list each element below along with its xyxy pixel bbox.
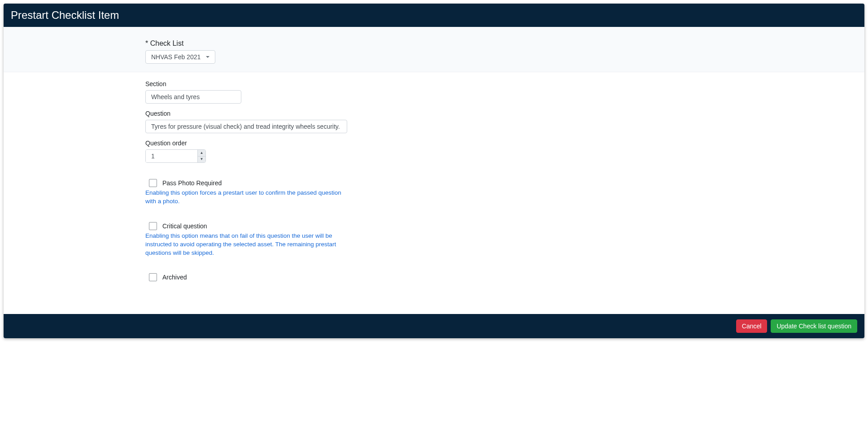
pass-photo-help: Enabling this option forces a prestart u… [145, 189, 343, 206]
checklist-dropdown[interactable]: NHVAS Feb 2021 [145, 50, 215, 64]
pass-photo-checkbox[interactable] [149, 179, 157, 187]
modal-title: Prestart Checklist Item [11, 9, 119, 21]
stepper-controls: ▲ ▼ [197, 150, 205, 162]
question-order-stepper[interactable]: ▲ ▼ [145, 149, 206, 163]
checklist-selected-value: NHVAS Feb 2021 [151, 53, 201, 61]
archived-checkbox[interactable] [149, 273, 157, 281]
critical-label: Critical question [162, 222, 207, 230]
question-order-label: Question order [145, 140, 594, 147]
archived-block: Archived [145, 273, 594, 281]
checklist-label: * Check List [145, 39, 594, 48]
caret-down-icon [206, 56, 209, 58]
pass-photo-block: Pass Photo Required Enabling this option… [145, 179, 594, 206]
cancel-button[interactable]: Cancel [736, 319, 768, 333]
question-label: Question [145, 110, 594, 117]
modal-footer: Cancel Update Check list question [4, 314, 864, 338]
critical-block: Critical question Enabling this option m… [145, 222, 594, 257]
stepper-down-icon[interactable]: ▼ [198, 157, 205, 163]
checklist-section: * Check List NHVAS Feb 2021 [4, 27, 864, 72]
critical-help: Enabling this option means that on fail … [145, 232, 343, 257]
pass-photo-label: Pass Photo Required [162, 179, 222, 187]
update-button[interactable]: Update Check list question [771, 319, 857, 333]
stepper-up-icon[interactable]: ▲ [198, 150, 205, 157]
question-order-input[interactable] [146, 150, 197, 162]
critical-checkbox[interactable] [149, 222, 157, 230]
section-label: Section [145, 80, 594, 87]
modal-header: Prestart Checklist Item [4, 4, 864, 27]
main-form-section: Section Question Question order ▲ ▼ [4, 72, 864, 301]
section-input[interactable] [145, 90, 241, 104]
modal-dialog: Prestart Checklist Item * Check List NHV… [4, 4, 864, 338]
archived-label: Archived [162, 274, 187, 281]
question-input[interactable] [145, 120, 347, 133]
modal-body: * Check List NHVAS Feb 2021 Section Ques… [4, 27, 864, 314]
